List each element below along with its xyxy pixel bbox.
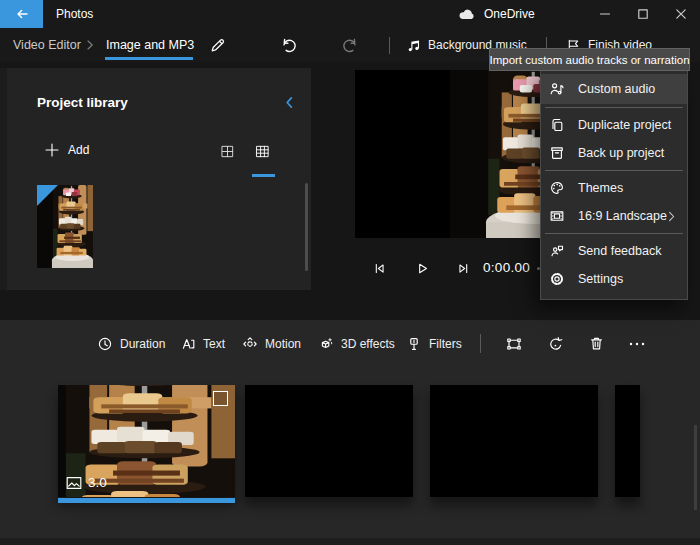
undo-icon [281,37,298,54]
clip-checkbox[interactable] [213,391,228,406]
rotate-button[interactable] [547,335,565,353]
play-button[interactable] [415,261,430,276]
redo-button[interactable] [341,28,358,62]
menu-separator [545,233,683,234]
grid-large-icon [220,144,235,159]
close-icon [675,8,687,20]
maximize-icon [637,8,649,20]
menu-item-label: 16:9 Landscape [578,209,667,223]
menu-item-aspect-ratio[interactable]: 16:9 Landscape [541,202,687,230]
feedback-icon [549,243,565,259]
cloud-icon [458,7,477,21]
menu-item-label: Themes [578,181,623,195]
menu-item-label: Duplicate project [578,118,671,132]
menu-item-label: Settings [578,272,623,286]
text-button[interactable]: Text [180,333,225,355]
timeline-clip-1[interactable]: 3.0 [58,385,235,497]
grid-small-icon [255,144,270,159]
chevron-left-icon [282,95,297,110]
duration-button[interactable]: Duration [97,333,165,355]
plus-icon [45,143,59,157]
breadcrumb-chevron-icon [83,38,97,52]
selected-corner-badge [37,185,58,206]
filters-icon [406,336,422,352]
menu-separator [545,170,683,171]
menu-item-duplicate-project[interactable]: Duplicate project [541,111,687,139]
clip-toolbar-divider [480,334,481,353]
maximize-button[interactable] [624,0,662,28]
duration-label: Duration [120,337,165,351]
redo-icon [341,37,358,54]
3d-effects-icon [318,336,334,352]
minimize-button[interactable] [586,0,624,28]
grid-large-view-button[interactable] [220,144,235,159]
close-button[interactable] [662,0,700,28]
menu-item-label: Custom audio [578,82,655,96]
delete-button[interactable] [588,335,605,352]
onedrive-status[interactable]: OneDrive [458,0,535,28]
effects-label: 3D effects [341,337,395,351]
timeline-clip-4[interactable] [615,385,640,497]
add-media-button[interactable]: Add [45,143,89,157]
current-time: 0:00.00 [483,260,530,275]
resize-frame-icon [505,335,523,353]
filters-label: Filters [429,337,462,351]
rotate-icon [547,335,565,353]
music-note-icon [406,38,421,53]
timeline-vertical-scrollbar[interactable] [694,425,697,510]
previous-frame-button[interactable] [372,261,387,276]
timeline-clip-2[interactable] [245,385,413,497]
back-button[interactable] [0,0,43,28]
menu-item-settings[interactable]: Settings [541,265,687,293]
trash-icon [588,335,605,352]
resize-frame-button[interactable] [505,335,523,353]
grid-small-view-button[interactable] [255,144,270,159]
breadcrumb-active-underline [105,57,193,60]
breadcrumb-video-editor[interactable]: Video Editor [13,28,81,62]
back-arrow-icon [14,6,30,22]
storyboard-section: Duration Text Motion 3D effects Filters [0,320,700,545]
menu-item-custom-audio[interactable]: Custom audio [541,74,687,104]
person-music-icon [549,81,565,97]
ellipsis-icon [627,335,647,353]
tooltip: Import custom audio tracks or narration [489,48,690,71]
project-library-panel: Project library Add [0,68,311,290]
motion-label: Motion [265,337,301,351]
menu-separator [545,107,683,108]
backup-box-icon [549,145,565,161]
submenu-chevron-icon [665,210,678,223]
library-scrollbar[interactable] [305,183,308,271]
project-library-title: Project library [37,95,128,110]
pencil-icon [209,37,226,54]
menu-item-themes[interactable]: Themes [541,174,687,202]
previous-frame-icon [372,261,387,276]
rename-project-button[interactable] [209,28,226,62]
app-title: Photos [56,0,93,28]
motion-button[interactable]: Motion [242,333,301,355]
3d-effects-button[interactable]: 3D effects [318,333,395,355]
next-frame-button[interactable] [456,261,471,276]
titlebar: Photos OneDrive [0,0,700,28]
timeline-clip-3[interactable] [430,385,598,497]
clip-duration-info: 3.0 [66,475,107,490]
menu-item-label: Send feedback [578,244,661,258]
collapse-panel-button[interactable] [282,95,297,110]
clock-icon [97,336,113,352]
toolbar-divider [389,37,390,54]
photos-app-window: Photos OneDrive Video Editor Image and M… [0,0,700,545]
menu-item-send-feedback[interactable]: Send feedback [541,237,687,265]
aspect-ratio-icon [549,208,565,224]
timeline-horizontal-scrollbar[interactable] [0,538,700,545]
clip-selected-underline [58,498,235,503]
panel-edge [0,68,7,290]
minimize-icon [599,8,611,20]
text-label: Text [203,337,225,351]
more-options-button[interactable] [627,335,647,353]
clip-duration-value: 3.0 [88,475,107,490]
menu-item-back-up-project[interactable]: Back up project [541,139,687,167]
filters-button[interactable]: Filters [406,333,462,355]
play-icon [415,261,430,276]
grid-view-active-underline [252,174,275,177]
library-item-dessert-photo[interactable] [37,185,93,268]
undo-button[interactable] [281,28,298,62]
